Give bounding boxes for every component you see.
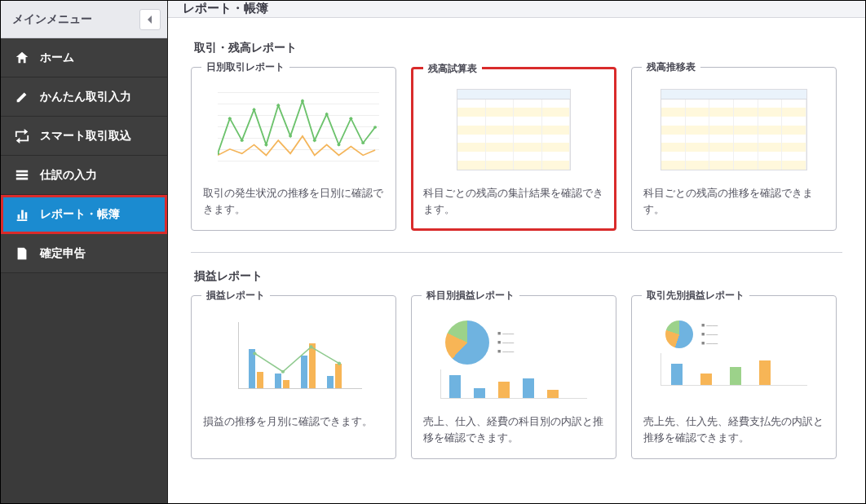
card-title: 残高推移表: [642, 60, 700, 74]
svg-point-17: [338, 361, 341, 365]
card-desc: 取引の発生状況の推移を日別に確認できます。: [203, 180, 384, 219]
card-thumb: ■ ――■ ――■ ――: [423, 314, 604, 402]
card-title: 取引先別損益レポート: [642, 289, 749, 303]
nav-item-easy-entry[interactable]: かんたん取引入力: [1, 77, 167, 117]
svg-point-16: [309, 345, 312, 348]
svg-point-5: [276, 104, 280, 106]
card-thumb: [643, 86, 824, 174]
grid-icon: [14, 167, 30, 183]
svg-point-8: [313, 139, 316, 141]
content: 取引・残高レポート 日別取引レポート: [168, 18, 865, 504]
main: レポート・帳簿 取引・残高レポート 日別取引レポート: [168, 1, 865, 503]
svg-point-12: [361, 141, 365, 144]
card-title: 残高試算表: [423, 62, 482, 76]
card-thumb: [203, 314, 384, 402]
card-row: 損益レポート: [191, 295, 842, 459]
nav-label: スマート取引取込: [40, 129, 131, 144]
pie-chart-icon: [445, 321, 489, 365]
nav-label: ホーム: [40, 51, 74, 65]
home-icon: [14, 50, 30, 66]
card-daily-report[interactable]: 日別取引レポート: [191, 67, 396, 231]
document-icon: [14, 245, 30, 262]
legend-icon: ■ ――■ ――■ ――: [701, 321, 718, 348]
card-thumb: ■ ――■ ――■ ――: [643, 314, 824, 402]
card-desc: 損益の推移を月別に確認できます。: [203, 409, 384, 431]
card-title: 科目別損益レポート: [422, 289, 519, 303]
sidebar-title: メインメニュー: [12, 12, 92, 27]
nav-label: 確定申告: [40, 246, 86, 261]
svg-point-11: [349, 117, 352, 119]
svg-point-9: [325, 113, 329, 115]
card-desc: 科目ごとの残高の集計結果を確認できます。: [423, 180, 604, 219]
card-desc: 売上、仕入、経費の科目別の内訳と推移を確認できます。: [423, 409, 604, 447]
nav-item-smart-import[interactable]: スマート取引取込: [1, 117, 167, 156]
section-title: 取引・残高レポート: [194, 41, 842, 55]
nav-label: かんたん取引入力: [40, 90, 131, 104]
card-row: 日別取引レポート: [191, 67, 842, 231]
nav-item-tax-return[interactable]: 確定申告: [1, 234, 167, 273]
legend-icon: ■ ――■ ――■ ――: [497, 329, 514, 356]
page-title: レポート・帳簿: [183, 1, 268, 16]
card-balance-trend[interactable]: 残高推移表: [631, 67, 837, 231]
sidebar: メインメニュー ホーム かんたん取引入力: [1, 1, 168, 503]
svg-point-14: [253, 351, 256, 355]
sidebar-header: メインメニュー: [1, 1, 167, 38]
svg-point-1: [228, 117, 232, 119]
card-account-pl[interactable]: 科目別損益レポート ■ ――■ ――■ ――: [411, 295, 616, 459]
page-header: レポート・帳簿: [168, 1, 865, 18]
nav-item-journal-entry[interactable]: 仕訳の入力: [1, 156, 167, 195]
svg-point-7: [301, 99, 304, 102]
nav-label: 仕訳の入力: [40, 168, 97, 183]
nav-label: レポート・帳簿: [40, 207, 120, 222]
svg-point-13: [373, 126, 377, 128]
nav-item-home[interactable]: ホーム: [1, 38, 167, 77]
card-desc: 科目ごとの残高の推移を確認できます。: [643, 180, 824, 219]
card-trial-balance[interactable]: 残高試算表: [411, 67, 616, 231]
card-desc: 売上先、仕入先、経費支払先の内訳と推移を確認できます。: [643, 409, 824, 447]
svg-point-4: [264, 143, 267, 145]
card-profit-loss[interactable]: 損益レポート: [191, 295, 396, 459]
sidebar-collapse-button[interactable]: [139, 9, 161, 30]
import-icon: [14, 128, 30, 144]
svg-point-3: [253, 108, 256, 110]
chevron-left-icon: [147, 13, 153, 26]
nav-list: ホーム かんたん取引入力 スマート取引取込 仕訳の入力: [1, 38, 167, 273]
card-title: 損益レポート: [201, 289, 270, 303]
chart-icon: [14, 206, 30, 223]
section-title: 損益レポート: [194, 269, 842, 284]
svg-point-15: [281, 369, 285, 373]
pie-chart-icon: [665, 321, 693, 348]
svg-point-10: [338, 143, 341, 145]
card-title: 日別取引レポート: [201, 60, 289, 74]
card-thumb: [423, 86, 604, 174]
card-partner-pl[interactable]: 取引先別損益レポート ■ ――■ ――■ ――: [631, 295, 837, 459]
svg-point-2: [241, 139, 244, 141]
nav-item-reports[interactable]: レポート・帳簿: [1, 195, 167, 234]
svg-point-6: [289, 135, 292, 137]
card-thumb: [203, 86, 384, 174]
pencil-icon: [14, 89, 30, 105]
section-divider: [191, 252, 842, 253]
